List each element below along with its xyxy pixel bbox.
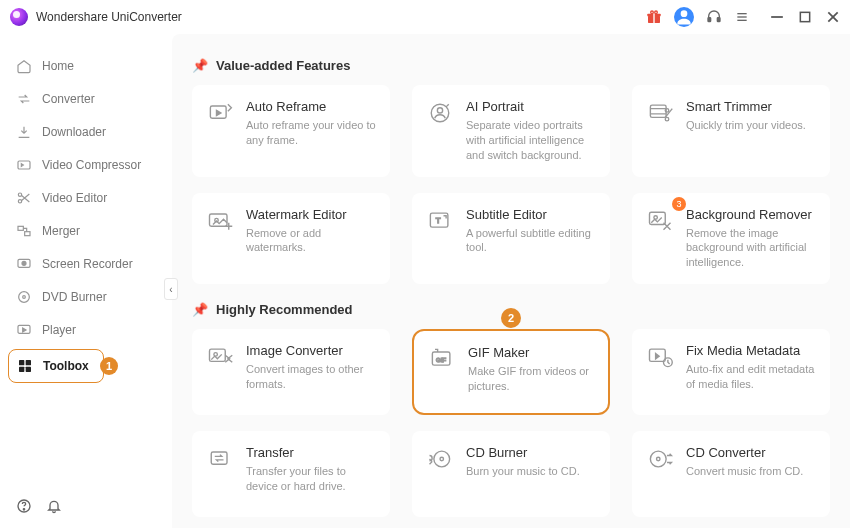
sidebar-item-label: Toolbox bbox=[43, 359, 89, 373]
card-ai-portrait[interactable]: AI PortraitSeparate video portraits with… bbox=[412, 85, 610, 177]
download-icon bbox=[16, 124, 32, 140]
trimmer-icon bbox=[646, 99, 674, 127]
portrait-icon bbox=[426, 99, 454, 127]
play-icon bbox=[16, 322, 32, 338]
svg-point-4 bbox=[655, 11, 658, 14]
gif-icon: GIF bbox=[428, 345, 456, 373]
svg-rect-49 bbox=[211, 452, 227, 464]
card-gif-maker[interactable]: 2GIFGIF MakerMake GIF from videos or pic… bbox=[412, 329, 610, 415]
sidebar: Home Converter Downloader Video Compress… bbox=[0, 34, 172, 528]
step-badge-2: 2 bbox=[501, 308, 521, 328]
sidebar-item-label: Downloader bbox=[42, 125, 106, 139]
card-auto-reframe[interactable]: Auto ReframeAuto reframe your video to a… bbox=[192, 85, 390, 177]
sidebar-bottom bbox=[8, 492, 164, 520]
sidebar-item-downloader[interactable]: Downloader bbox=[8, 118, 164, 146]
sidebar-item-label: DVD Burner bbox=[42, 290, 107, 304]
svg-rect-28 bbox=[26, 367, 31, 372]
card-cd-converter[interactable]: CD ConverterConvert music from CD. bbox=[632, 431, 830, 517]
bell-icon[interactable] bbox=[46, 498, 62, 514]
card-desc: Remove or add watermarks. bbox=[246, 226, 376, 256]
sidebar-item-label: Converter bbox=[42, 92, 95, 106]
user-avatar-icon[interactable] bbox=[674, 7, 694, 27]
card-title: Auto Reframe bbox=[246, 99, 376, 114]
sidebar-item-editor[interactable]: Video Editor bbox=[8, 184, 164, 212]
sidebar-item-dvd[interactable]: DVD Burner bbox=[8, 283, 164, 311]
app-title: Wondershare UniConverter bbox=[36, 10, 182, 24]
merger-icon bbox=[16, 223, 32, 239]
converter-icon bbox=[16, 91, 32, 107]
sidebar-item-player[interactable]: Player bbox=[8, 316, 164, 344]
cd-converter-icon bbox=[646, 445, 674, 473]
card-subtitle[interactable]: TSubtitle EditorA powerful subtitle edit… bbox=[412, 193, 610, 285]
svg-rect-18 bbox=[18, 226, 23, 230]
sidebar-item-compressor[interactable]: Video Compressor bbox=[8, 151, 164, 179]
card-desc: Convert images to other formats. bbox=[246, 362, 376, 392]
card-title: CD Burner bbox=[466, 445, 580, 460]
cd-burner-icon bbox=[426, 445, 454, 473]
card-title: Image Converter bbox=[246, 343, 376, 358]
compressor-icon bbox=[16, 157, 32, 173]
svg-rect-6 bbox=[708, 18, 711, 22]
card-smart-trimmer[interactable]: Smart TrimmerQuickly trim your videos. bbox=[632, 85, 830, 177]
card-watermark[interactable]: Watermark EditorRemove or add watermarks… bbox=[192, 193, 390, 285]
sidebar-item-converter[interactable]: Converter bbox=[8, 85, 164, 113]
card-desc: A powerful subtitle editing tool. bbox=[466, 226, 596, 256]
svg-point-23 bbox=[23, 296, 26, 299]
card-title: CD Converter bbox=[686, 445, 803, 460]
toolbox-icon bbox=[17, 358, 33, 374]
card-desc: Remove the image background with artific… bbox=[686, 226, 816, 271]
metadata-icon bbox=[646, 343, 674, 371]
sidebar-item-label: Video Compressor bbox=[42, 158, 141, 172]
step-badge-1: 1 bbox=[100, 357, 118, 375]
svg-point-52 bbox=[650, 451, 666, 467]
card-desc: Transfer your files to device or hard dr… bbox=[246, 464, 376, 494]
svg-point-21 bbox=[22, 261, 26, 265]
card-cd-burner[interactable]: CD BurnerBurn your music to CD. bbox=[412, 431, 610, 517]
card-title: Transfer bbox=[246, 445, 376, 460]
sidebar-item-merger[interactable]: Merger bbox=[8, 217, 164, 245]
svg-text:GIF: GIF bbox=[436, 356, 446, 363]
collapse-sidebar-button[interactable]: ‹ bbox=[164, 278, 178, 300]
svg-rect-19 bbox=[25, 232, 30, 236]
svg-point-3 bbox=[651, 11, 654, 14]
help-icon[interactable] bbox=[16, 498, 32, 514]
sidebar-item-toolbox[interactable]: Toolbox 1 bbox=[8, 349, 104, 383]
svg-rect-27 bbox=[19, 367, 24, 372]
card-desc: Auto reframe your video to any frame. bbox=[246, 118, 376, 148]
svg-point-50 bbox=[434, 451, 450, 467]
subtitle-icon: T bbox=[426, 207, 454, 235]
pin-icon: 📌 bbox=[192, 58, 208, 73]
maximize-button[interactable] bbox=[798, 10, 812, 24]
svg-point-53 bbox=[657, 457, 661, 461]
image-converter-icon bbox=[206, 343, 234, 371]
gift-icon[interactable] bbox=[646, 9, 662, 25]
svg-point-5 bbox=[681, 10, 688, 17]
menu-icon[interactable] bbox=[734, 9, 750, 25]
card-bg-remover[interactable]: 3Background RemoverRemove the image back… bbox=[632, 193, 830, 285]
svg-rect-26 bbox=[26, 360, 31, 365]
card-transfer[interactable]: TransferTransfer your files to device or… bbox=[192, 431, 390, 517]
card-fix-metadata[interactable]: Fix Media MetadataAuto-fix and edit meta… bbox=[632, 329, 830, 415]
card-desc: Quickly trim your videos. bbox=[686, 118, 806, 133]
card-title: Subtitle Editor bbox=[466, 207, 596, 222]
sidebar-item-label: Player bbox=[42, 323, 76, 337]
close-button[interactable] bbox=[826, 10, 840, 24]
card-image-converter[interactable]: Image ConverterConvert images to other f… bbox=[192, 329, 390, 415]
card-desc: Make GIF from videos or pictures. bbox=[468, 364, 594, 394]
sidebar-item-home[interactable]: Home bbox=[8, 52, 164, 80]
card-title: Smart Trimmer bbox=[686, 99, 806, 114]
notification-badge: 3 bbox=[672, 197, 686, 211]
svg-point-51 bbox=[440, 457, 444, 461]
svg-text:T: T bbox=[436, 215, 441, 224]
section-title: Value-added Features bbox=[216, 58, 350, 73]
card-desc: Convert music from CD. bbox=[686, 464, 803, 479]
scissors-icon bbox=[16, 190, 32, 206]
svg-point-33 bbox=[437, 108, 442, 113]
sidebar-item-recorder[interactable]: Screen Recorder bbox=[8, 250, 164, 278]
svg-rect-34 bbox=[650, 105, 666, 117]
svg-rect-2 bbox=[653, 14, 654, 23]
section-value-added: 📌Value-added Features bbox=[192, 58, 830, 73]
reframe-icon bbox=[206, 99, 234, 127]
headset-icon[interactable] bbox=[706, 9, 722, 25]
minimize-button[interactable] bbox=[770, 10, 784, 24]
